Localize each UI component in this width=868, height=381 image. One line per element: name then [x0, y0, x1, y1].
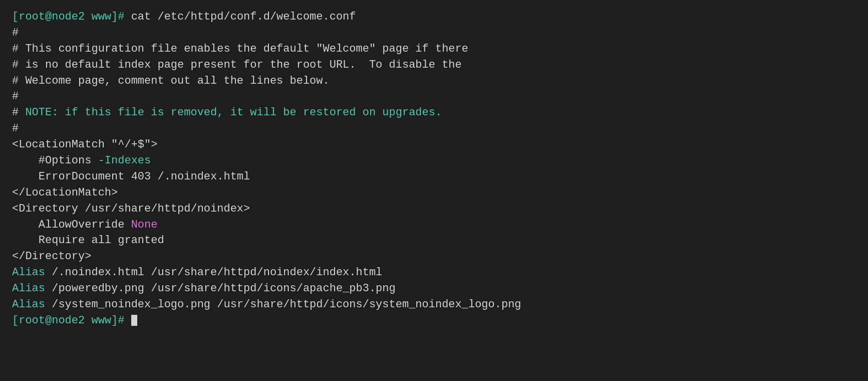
- line-text: -Indexes: [98, 154, 151, 167]
- terminal-line: Alias /poweredby.png /usr/share/httpd/ic…: [12, 281, 856, 297]
- terminal-line: <Directory /usr/share/httpd/noindex>: [12, 201, 856, 217]
- line-text: <Directory /usr/share/httpd/noindex>: [12, 203, 250, 215]
- line-text: # is no default index page present for t…: [12, 59, 462, 71]
- line-text: Alias: [12, 266, 45, 279]
- line-text: Alias: [12, 282, 45, 295]
- line-text: AllowOverride: [12, 219, 131, 231]
- line-text: <LocationMatch "^/+$">: [12, 138, 157, 151]
- terminal-line: Require all granted: [12, 233, 856, 249]
- terminal-line: # This configuration file enables the de…: [12, 41, 856, 57]
- line-text: </LocationMatch>: [12, 186, 118, 199]
- terminal-line: </LocationMatch>: [12, 185, 856, 201]
- line-text: /.noindex.html /usr/share/httpd/noindex/…: [45, 266, 382, 279]
- line-text: #Options: [12, 154, 98, 167]
- line-text: #: [12, 106, 25, 119]
- line-text: </Directory>: [12, 250, 91, 263]
- terminal-line: ErrorDocument 403 /.noindex.html: [12, 169, 856, 185]
- line-text: # This configuration file enables the de…: [12, 43, 468, 55]
- line-text: cat /etc/httpd/conf.d/welcome.conf: [131, 11, 356, 23]
- line-text: #: [12, 90, 19, 103]
- line-text: [root@node2 www]#: [12, 314, 131, 327]
- terminal-cursor: [131, 315, 137, 326]
- line-text: Require all granted: [12, 234, 164, 247]
- terminal-line: Alias /.noindex.html /usr/share/httpd/no…: [12, 265, 856, 281]
- line-text: ErrorDocument 403 /.noindex.html: [12, 170, 250, 183]
- line-text: #: [12, 122, 19, 135]
- terminal-line: <LocationMatch "^/+$">: [12, 137, 856, 153]
- terminal-line: #: [12, 89, 856, 105]
- terminal-line: [root@node2 www]#: [12, 313, 856, 329]
- terminal-line: AllowOverride None: [12, 217, 856, 233]
- line-text: None: [131, 219, 158, 231]
- line-text: /system_noindex_logo.png /usr/share/http…: [45, 298, 521, 311]
- terminal-line: Alias /system_noindex_logo.png /usr/shar…: [12, 297, 856, 313]
- line-text: NOTE: if this file is removed, it will b…: [25, 106, 442, 119]
- line-text: [root@node2 www]#: [12, 11, 131, 23]
- terminal-line: # is no default index page present for t…: [12, 57, 856, 73]
- line-text: /poweredby.png /usr/share/httpd/icons/ap…: [45, 282, 396, 295]
- line-text: # Welcome page, comment out all the line…: [12, 75, 330, 87]
- terminal-line: #Options -Indexes: [12, 153, 856, 169]
- terminal-line: [root@node2 www]# cat /etc/httpd/conf.d/…: [12, 9, 856, 25]
- terminal-line: #: [12, 121, 856, 137]
- terminal-line: </Directory>: [12, 249, 856, 265]
- line-text: Alias: [12, 298, 45, 311]
- terminal-line: # NOTE: if this file is removed, it will…: [12, 105, 856, 121]
- terminal-window: [root@node2 www]# cat /etc/httpd/conf.d/…: [12, 9, 856, 329]
- line-text: #: [12, 27, 19, 39]
- terminal-line: # Welcome page, comment out all the line…: [12, 73, 856, 89]
- terminal-line: #: [12, 25, 856, 41]
